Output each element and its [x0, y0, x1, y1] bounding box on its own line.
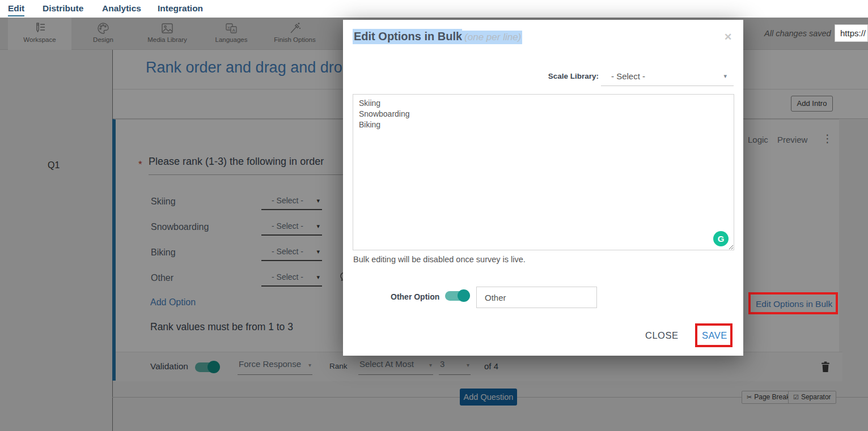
bulk-edit-helper-text: Bulk editing will be disabled once surve…	[353, 255, 526, 264]
top-nav: Edit Distribute Analytics Integration	[0, 0, 868, 18]
bulk-options-textarea[interactable]: Skiing Snowboarding Biking	[353, 94, 734, 250]
modal-title: Edit Options in Bulk(one per line)	[353, 30, 522, 43]
tab-edit[interactable]: Edit	[8, 3, 24, 16]
caret-down-icon: ▾	[723, 72, 727, 80]
share-url-box[interactable]: https://	[835, 24, 868, 42]
select-value: - Select -	[611, 71, 645, 81]
share-url-text: https://	[840, 28, 866, 38]
scale-library-label: Scale Library:	[544, 72, 599, 80]
modal-save-button[interactable]: SAVE	[702, 330, 727, 341]
modal-title-hint: (one per line)	[462, 31, 522, 44]
tab-analytics[interactable]: Analytics	[102, 3, 141, 14]
tab-integration[interactable]: Integration	[158, 3, 203, 14]
modal-close-icon[interactable]: ✕	[724, 31, 732, 43]
autosave-status: All changes saved	[764, 29, 831, 38]
modal-title-text: Edit Options in Bulk	[353, 29, 462, 44]
toggle-knob	[458, 289, 470, 302]
other-option-toggle[interactable]	[445, 291, 469, 301]
edit-options-in-bulk-modal: Edit Options in Bulk(one per line) ✕ Sca…	[343, 20, 743, 356]
other-option-input[interactable]	[476, 287, 597, 308]
tab-distribute[interactable]: Distribute	[43, 3, 83, 14]
grammarly-icon[interactable]: G	[713, 231, 729, 246]
survey-builder-app: Edit Distribute Analytics Integration Wo…	[0, 0, 868, 431]
scale-library-select[interactable]: - Select - ▾	[601, 67, 734, 86]
modal-close-button[interactable]: CLOSE	[645, 330, 678, 341]
other-option-label: Other Option	[391, 292, 439, 301]
